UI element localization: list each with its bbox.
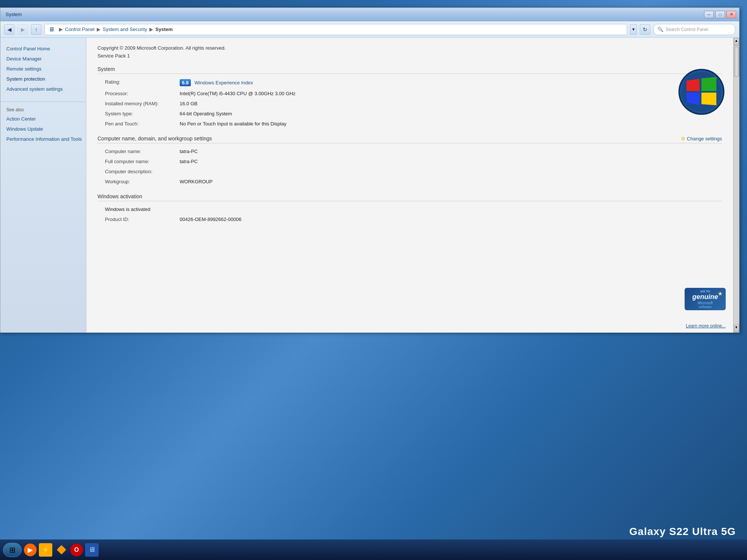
taskbar: ⊞ ▶ ⚡ 🔶 O 🖥 (0, 539, 747, 560)
full-computer-name-row: Full computer name: tatra-PC (97, 159, 722, 164)
winamp-icon[interactable]: ⚡ (39, 543, 52, 557)
activation-title: Windows activation (97, 193, 722, 201)
genuine-text: genuine (692, 293, 718, 301)
sidebar-item-advanced-settings[interactable]: Advanced system settings (0, 84, 86, 94)
computer-name-label: Computer name: (105, 149, 180, 154)
ram-row: Installed memory (RAM): 16.0 GB (97, 101, 722, 106)
computer-settings-section: Computer name, domain, and workgroup set… (97, 136, 722, 184)
full-computer-name-value: tatra-PC (180, 159, 198, 164)
scroll-down-button[interactable]: ▼ (734, 325, 739, 332)
breadcrumb-arrow-2: ▶ (97, 27, 100, 32)
title-bar-buttons: ─ □ ✕ (704, 11, 736, 18)
breadcrumb-bar: 🖥 ▶ Control Panel ▶ System and Security … (44, 24, 627, 35)
sidebar-item-remote-settings[interactable]: Remote settings (0, 64, 86, 74)
breadcrumb-arrow-3: ▶ (149, 27, 153, 32)
windows-logo (677, 68, 726, 116)
address-bar: ◀ ▶ ↑ 🖥 ▶ Control Panel ▶ System and Sec… (0, 21, 739, 38)
microsoft-text: Microsoft (698, 301, 713, 305)
breadcrumb-control-panel[interactable]: Control Panel (65, 27, 94, 32)
sidebar-item-control-panel-home[interactable]: Control Panel Home (0, 44, 86, 54)
main-area: Control Panel Home Device Manager Remote… (0, 38, 739, 333)
star-icon: ★ (717, 290, 723, 297)
address-dropdown-button[interactable]: ▼ (630, 24, 637, 35)
see-also-title: See also (0, 106, 86, 114)
title-bar: System ─ □ ✕ (0, 8, 739, 21)
vlc-icon[interactable]: 🔶 (55, 543, 68, 557)
rating-label: Rating: (105, 79, 180, 85)
scrollbar-track[interactable]: ▲ ▼ (733, 38, 739, 333)
system-window: System ─ □ ✕ ◀ ▶ ↑ 🖥 ▶ Control Panel ▶ S… (0, 7, 740, 332)
system-type-label: System type: (105, 111, 180, 116)
computer-settings-title: Computer name, domain, and workgroup set… (97, 136, 212, 141)
pen-touch-label: Pen and Touch: (105, 121, 180, 127)
opera-icon[interactable]: O (70, 544, 83, 556)
search-icon: 🔍 (657, 27, 663, 32)
activation-status-row: Windows is activated (97, 206, 722, 212)
computer-settings-header: Computer name, domain, and workgroup set… (97, 136, 722, 143)
galaxy-watermark: Galaxy S22 Ultra 5G (629, 526, 736, 538)
computer-name-value: tatra-PC (180, 149, 198, 154)
sidebar-item-windows-update[interactable]: Windows Update (0, 124, 86, 134)
full-computer-name-label: Full computer name: (105, 159, 180, 164)
software-text: software (699, 305, 712, 309)
sidebar-item-system-protection[interactable]: System protection (0, 74, 86, 84)
breadcrumb-system-security[interactable]: System and Security (103, 27, 147, 32)
forward-button[interactable]: ▶ (18, 24, 28, 35)
system-type-value: 64-bit Operating System (180, 111, 232, 116)
ram-value: 16.0 GB (180, 101, 198, 106)
media-player-icon[interactable]: ▶ (24, 544, 37, 556)
sidebar: Control Panel Home Device Manager Remote… (0, 38, 86, 333)
product-id-row: Product ID: 00426-OEM-8992662-00006 (97, 217, 722, 222)
change-settings-link[interactable]: ⚙ Change settings (681, 136, 722, 141)
windows-experience-link[interactable]: Windows Experience Index (195, 80, 253, 85)
start-orb-icon: ⊞ (9, 545, 16, 554)
activation-section: Windows activation Windows is activated … (97, 193, 722, 222)
product-id-value: 00426-OEM-8992662-00006 (180, 217, 242, 222)
sidebar-item-performance[interactable]: Performance Information and Tools (0, 134, 86, 144)
search-placeholder: Search Control Panel (666, 27, 708, 32)
workgroup-row: Workgroup: WORKGROUP (97, 179, 722, 184)
window-title: System (6, 12, 22, 17)
pen-touch-value: No Pen or Touch Input is available for t… (180, 121, 286, 127)
workgroup-value: WORKGROUP (180, 179, 213, 184)
ask-for-text: ask for (700, 289, 710, 293)
copyright-text: Copyright © 2009 Microsoft Corporation. … (97, 45, 722, 51)
minimize-button[interactable]: ─ (704, 11, 714, 18)
scroll-up-button[interactable]: ▲ (734, 38, 739, 46)
system-section: System Rating: 6.8 Windows Experience In… (97, 66, 722, 127)
learn-more-link[interactable]: Learn more online... (686, 322, 726, 329)
scrollbar-thumb[interactable] (734, 47, 739, 77)
settings-gear-icon: ⚙ (681, 136, 685, 141)
refresh-button[interactable]: ↻ (640, 24, 650, 35)
ram-label: Installed memory (RAM): (105, 101, 180, 106)
service-pack: Service Pack 1 (97, 53, 722, 59)
computer-name-row: Computer name: tatra-PC (97, 149, 722, 154)
processor-row: Processor: Intel(R) Core(TM) i5-4430 CPU… (97, 91, 722, 96)
up-button[interactable]: ↑ (31, 24, 41, 35)
workgroup-label: Workgroup: (105, 179, 180, 184)
svg-point-0 (679, 69, 724, 114)
activation-status: Windows is activated (105, 206, 150, 212)
search-bar[interactable]: 🔍 Search Control Panel (653, 24, 735, 35)
rating-badge: 6.8 (180, 79, 191, 86)
galaxy-text: Galaxy S22 Ultra 5G (629, 526, 736, 537)
back-button[interactable]: ◀ (4, 24, 15, 35)
product-id-label: Product ID: (105, 217, 180, 222)
content-area: Copyright © 2009 Microsoft Corporation. … (86, 38, 733, 333)
see-also-section: See also Action Center Windows Update Pe… (0, 102, 86, 144)
genuine-badge: ask for genuine Microsoft software ★ (685, 288, 726, 310)
system-section-title: System (97, 66, 722, 74)
computer-desc-row: Computer description: (97, 169, 722, 174)
maximize-button[interactable]: □ (715, 11, 725, 18)
desktop-manager-icon[interactable]: 🖥 (85, 543, 99, 557)
processor-value: Intel(R) Core(TM) i5-4430 CPU @ 3.00GHz … (180, 91, 295, 96)
computer-desc-label: Computer description: (105, 169, 180, 174)
rating-value: 6.8 Windows Experience Index (180, 79, 253, 86)
rating-row: Rating: 6.8 Windows Experience Index (97, 79, 722, 86)
sidebar-item-action-center[interactable]: Action Center (0, 114, 86, 124)
start-button[interactable]: ⊞ (3, 543, 22, 557)
sidebar-item-device-manager[interactable]: Device Manager (0, 54, 86, 64)
system-type-row: System type: 64-bit Operating System (97, 111, 722, 116)
processor-label: Processor: (105, 91, 180, 96)
close-button[interactable]: ✕ (726, 11, 736, 18)
